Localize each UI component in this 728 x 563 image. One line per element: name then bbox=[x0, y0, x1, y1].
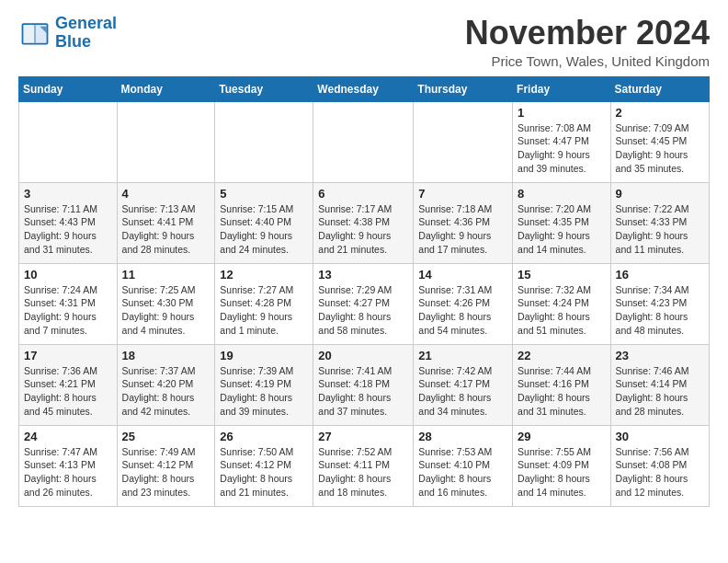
calendar-cell: 8Sunrise: 7:20 AMSunset: 4:35 PMDaylight… bbox=[513, 182, 611, 263]
day-info: Sunrise: 7:24 AMSunset: 4:31 PMDaylight:… bbox=[24, 283, 112, 338]
logo-icon bbox=[18, 17, 51, 50]
day-info: Sunrise: 7:56 AMSunset: 4:08 PMDaylight:… bbox=[616, 445, 704, 500]
svg-rect-1 bbox=[23, 25, 35, 43]
calendar-cell: 3Sunrise: 7:11 AMSunset: 4:43 PMDaylight… bbox=[19, 182, 118, 263]
day-number: 6 bbox=[318, 187, 408, 201]
day-info: Sunrise: 7:50 AMSunset: 4:12 PMDaylight:… bbox=[220, 445, 308, 500]
day-number: 1 bbox=[518, 106, 606, 120]
header: General Blue November 2024 Price Town, W… bbox=[18, 15, 710, 69]
calendar-cell: 6Sunrise: 7:17 AMSunset: 4:38 PMDaylight… bbox=[313, 182, 414, 263]
calendar-cell: 10Sunrise: 7:24 AMSunset: 4:31 PMDayligh… bbox=[19, 263, 118, 344]
calendar-cell: 27Sunrise: 7:52 AMSunset: 4:11 PMDayligh… bbox=[313, 425, 414, 506]
day-number: 12 bbox=[220, 268, 308, 282]
day-info: Sunrise: 7:44 AMSunset: 4:16 PMDaylight:… bbox=[518, 364, 606, 419]
day-info: Sunrise: 7:47 AMSunset: 4:13 PMDaylight:… bbox=[24, 445, 112, 500]
day-info: Sunrise: 7:08 AMSunset: 4:47 PMDaylight:… bbox=[518, 121, 606, 176]
day-number: 18 bbox=[122, 349, 210, 362]
logo: General Blue bbox=[18, 15, 117, 52]
calendar-cell: 1Sunrise: 7:08 AMSunset: 4:47 PMDaylight… bbox=[513, 101, 611, 182]
calendar-cell: 20Sunrise: 7:41 AMSunset: 4:18 PMDayligh… bbox=[313, 344, 414, 425]
calendar-week-1: 1Sunrise: 7:08 AMSunset: 4:47 PMDaylight… bbox=[19, 101, 710, 182]
header-sunday: Sunday bbox=[19, 76, 118, 101]
day-info: Sunrise: 7:46 AMSunset: 4:14 PMDaylight:… bbox=[616, 364, 704, 419]
day-info: Sunrise: 7:17 AMSunset: 4:38 PMDaylight:… bbox=[318, 202, 408, 257]
day-info: Sunrise: 7:27 AMSunset: 4:28 PMDaylight:… bbox=[220, 283, 308, 338]
header-monday: Monday bbox=[117, 76, 215, 101]
calendar-cell bbox=[19, 101, 118, 182]
day-number: 22 bbox=[518, 349, 606, 362]
calendar-cell: 19Sunrise: 7:39 AMSunset: 4:19 PMDayligh… bbox=[215, 344, 313, 425]
day-info: Sunrise: 7:09 AMSunset: 4:45 PMDaylight:… bbox=[616, 121, 704, 176]
calendar-cell: 28Sunrise: 7:53 AMSunset: 4:10 PMDayligh… bbox=[414, 425, 513, 506]
header-wednesday: Wednesday bbox=[313, 76, 414, 101]
day-number: 3 bbox=[24, 187, 112, 201]
day-info: Sunrise: 7:18 AMSunset: 4:36 PMDaylight:… bbox=[418, 202, 507, 257]
day-info: Sunrise: 7:20 AMSunset: 4:35 PMDaylight:… bbox=[518, 202, 606, 257]
day-info: Sunrise: 7:34 AMSunset: 4:23 PMDaylight:… bbox=[616, 283, 704, 338]
day-info: Sunrise: 7:22 AMSunset: 4:33 PMDaylight:… bbox=[616, 202, 704, 257]
calendar-cell: 4Sunrise: 7:13 AMSunset: 4:41 PMDaylight… bbox=[117, 182, 215, 263]
calendar-cell bbox=[117, 101, 215, 182]
calendar-cell: 15Sunrise: 7:32 AMSunset: 4:24 PMDayligh… bbox=[513, 263, 611, 344]
day-info: Sunrise: 7:41 AMSunset: 4:18 PMDaylight:… bbox=[318, 364, 408, 419]
day-number: 23 bbox=[616, 349, 704, 362]
month-title: November 2024 bbox=[465, 15, 710, 52]
calendar-cell: 30Sunrise: 7:56 AMSunset: 4:08 PMDayligh… bbox=[610, 425, 709, 506]
day-info: Sunrise: 7:42 AMSunset: 4:17 PMDaylight:… bbox=[418, 364, 507, 419]
logo-line1: General bbox=[55, 14, 117, 32]
day-info: Sunrise: 7:13 AMSunset: 4:41 PMDaylight:… bbox=[122, 202, 210, 257]
day-info: Sunrise: 7:31 AMSunset: 4:26 PMDaylight:… bbox=[418, 283, 507, 338]
day-info: Sunrise: 7:25 AMSunset: 4:30 PMDaylight:… bbox=[122, 283, 210, 338]
calendar-cell: 23Sunrise: 7:46 AMSunset: 4:14 PMDayligh… bbox=[610, 344, 709, 425]
calendar-cell: 18Sunrise: 7:37 AMSunset: 4:20 PMDayligh… bbox=[117, 344, 215, 425]
day-info: Sunrise: 7:49 AMSunset: 4:12 PMDaylight:… bbox=[122, 445, 210, 500]
calendar-cell bbox=[313, 101, 414, 182]
title-block: November 2024 Price Town, Wales, United … bbox=[465, 15, 710, 69]
day-number: 29 bbox=[518, 430, 606, 443]
calendar-cell: 7Sunrise: 7:18 AMSunset: 4:36 PMDaylight… bbox=[414, 182, 513, 263]
day-number: 24 bbox=[24, 430, 112, 443]
calendar-cell: 11Sunrise: 7:25 AMSunset: 4:30 PMDayligh… bbox=[117, 263, 215, 344]
calendar-cell: 17Sunrise: 7:36 AMSunset: 4:21 PMDayligh… bbox=[19, 344, 118, 425]
logo-text: General Blue bbox=[55, 15, 117, 52]
day-number: 10 bbox=[24, 268, 112, 282]
day-number: 17 bbox=[24, 349, 112, 362]
calendar-cell: 22Sunrise: 7:44 AMSunset: 4:16 PMDayligh… bbox=[513, 344, 611, 425]
day-number: 4 bbox=[122, 187, 210, 201]
calendar-header-row: SundayMondayTuesdayWednesdayThursdayFrid… bbox=[19, 76, 710, 101]
day-number: 25 bbox=[122, 430, 210, 443]
calendar-week-2: 3Sunrise: 7:11 AMSunset: 4:43 PMDaylight… bbox=[19, 182, 710, 263]
day-number: 16 bbox=[616, 268, 704, 282]
calendar-week-5: 24Sunrise: 7:47 AMSunset: 4:13 PMDayligh… bbox=[19, 425, 710, 506]
location-title: Price Town, Wales, United Kingdom bbox=[465, 53, 710, 69]
header-saturday: Saturday bbox=[610, 76, 709, 101]
day-info: Sunrise: 7:29 AMSunset: 4:27 PMDaylight:… bbox=[318, 283, 408, 338]
day-info: Sunrise: 7:36 AMSunset: 4:21 PMDaylight:… bbox=[24, 364, 112, 419]
calendar-table: SundayMondayTuesdayWednesdayThursdayFrid… bbox=[18, 76, 710, 507]
day-info: Sunrise: 7:52 AMSunset: 4:11 PMDaylight:… bbox=[318, 445, 408, 500]
day-number: 19 bbox=[220, 349, 308, 362]
calendar-cell: 9Sunrise: 7:22 AMSunset: 4:33 PMDaylight… bbox=[610, 182, 709, 263]
calendar-cell: 25Sunrise: 7:49 AMSunset: 4:12 PMDayligh… bbox=[117, 425, 215, 506]
calendar-cell: 2Sunrise: 7:09 AMSunset: 4:45 PMDaylight… bbox=[610, 101, 709, 182]
day-number: 11 bbox=[122, 268, 210, 282]
day-number: 14 bbox=[418, 268, 507, 282]
day-info: Sunrise: 7:39 AMSunset: 4:19 PMDaylight:… bbox=[220, 364, 308, 419]
calendar-cell: 13Sunrise: 7:29 AMSunset: 4:27 PMDayligh… bbox=[313, 263, 414, 344]
day-number: 30 bbox=[616, 430, 704, 443]
day-number: 20 bbox=[318, 349, 408, 362]
day-info: Sunrise: 7:53 AMSunset: 4:10 PMDaylight:… bbox=[418, 445, 507, 500]
day-number: 8 bbox=[518, 187, 606, 201]
calendar-cell: 5Sunrise: 7:15 AMSunset: 4:40 PMDaylight… bbox=[215, 182, 313, 263]
day-number: 21 bbox=[418, 349, 507, 362]
day-number: 15 bbox=[518, 268, 606, 282]
calendar-cell bbox=[414, 101, 513, 182]
day-number: 27 bbox=[318, 430, 408, 443]
day-info: Sunrise: 7:32 AMSunset: 4:24 PMDaylight:… bbox=[518, 283, 606, 338]
calendar-cell bbox=[215, 101, 313, 182]
calendar-cell: 26Sunrise: 7:50 AMSunset: 4:12 PMDayligh… bbox=[215, 425, 313, 506]
calendar-cell: 12Sunrise: 7:27 AMSunset: 4:28 PMDayligh… bbox=[215, 263, 313, 344]
logo-line2: Blue bbox=[55, 32, 91, 51]
calendar-cell: 16Sunrise: 7:34 AMSunset: 4:23 PMDayligh… bbox=[610, 263, 709, 344]
day-number: 13 bbox=[318, 268, 408, 282]
